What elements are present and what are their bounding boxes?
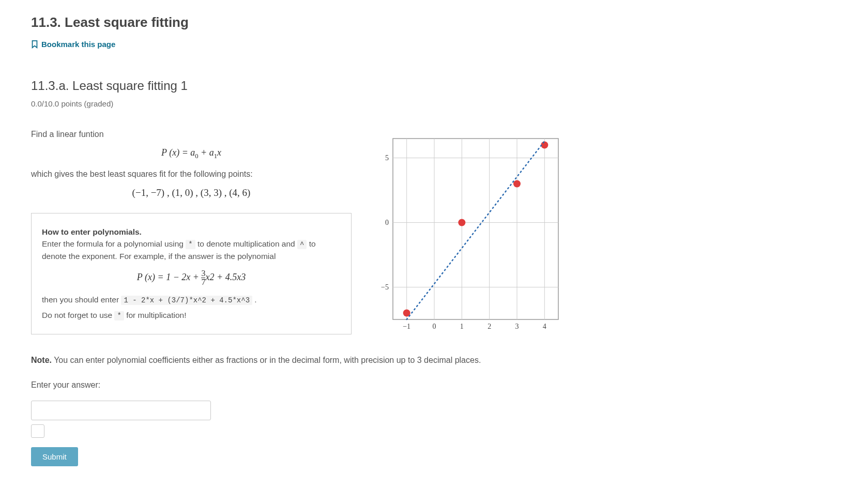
hint-line3-pre: Do not forget to use [42, 311, 114, 319]
svg-text:1: 1 [460, 323, 464, 330]
bookmark-icon [31, 40, 38, 49]
hint-box: How to enter polynomials. Enter the form… [31, 213, 352, 335]
hint-line1-pre: Enter the formula for a polynomial using [42, 239, 186, 248]
bookmark-label: Bookmark this page [41, 39, 115, 51]
page-title: 11.3. Least square fitting [31, 12, 600, 33]
formula-main: P (x) = a0 + a1x [31, 146, 352, 161]
hint-title: How to enter polynomials. [42, 227, 142, 236]
svg-text:−5: −5 [381, 283, 389, 291]
answer-input[interactable] [31, 401, 211, 420]
svg-text:0: 0 [433, 323, 436, 330]
data-points-list: (−1, −7) , (1, 0) , (3, 3) , (4, 6) [31, 186, 352, 201]
hint-line3-post: for multiplication! [124, 311, 187, 319]
svg-point-20 [458, 219, 465, 226]
svg-text:0: 0 [385, 219, 389, 226]
svg-rect-0 [393, 139, 558, 319]
hint-formula: P (x) = 1 − 2x + 37x2 + 4.5x3 [42, 269, 341, 286]
svg-text:−1: −1 [403, 323, 410, 330]
note-text: You can enter polynomial coefficients ei… [52, 356, 481, 364]
hint-line1-mid: to denote multiplication and [195, 239, 297, 248]
hint-line2-post: . [252, 295, 257, 304]
answer-label: Enter your answer: [31, 379, 600, 391]
hint-line2-pre: then you should enter [42, 295, 121, 304]
prompt-intro: Find a linear funtion [31, 128, 352, 141]
svg-text:4: 4 [543, 323, 546, 330]
status-box [31, 424, 44, 438]
note-label: Note. [31, 356, 52, 364]
prompt-mid: which gives the best least squares fit f… [31, 168, 352, 180]
svg-line-23 [407, 141, 545, 319]
svg-text:5: 5 [385, 154, 389, 162]
code-star2: * [114, 311, 124, 320]
chart-container: −101234−505 [372, 128, 563, 339]
note-row: Note. You can enter polynomial coefficie… [31, 354, 600, 366]
svg-text:2: 2 [488, 323, 491, 330]
submit-button[interactable]: Submit [31, 447, 78, 466]
svg-point-22 [541, 142, 548, 149]
scatter-chart: −101234−505 [372, 133, 563, 335]
code-caret: ^ [297, 240, 307, 249]
points-status: 0.0/10.0 points (graded) [31, 98, 600, 110]
bookmark-link[interactable]: Bookmark this page [31, 39, 115, 51]
problem-title: 11.3.a. Least square fitting 1 [31, 77, 600, 95]
code-star: * [186, 240, 195, 249]
svg-text:3: 3 [515, 323, 519, 330]
code-example: 1 - 2*x + (3/7)*x^2 + 4.5*x^3 [121, 296, 252, 305]
svg-point-21 [513, 180, 521, 188]
